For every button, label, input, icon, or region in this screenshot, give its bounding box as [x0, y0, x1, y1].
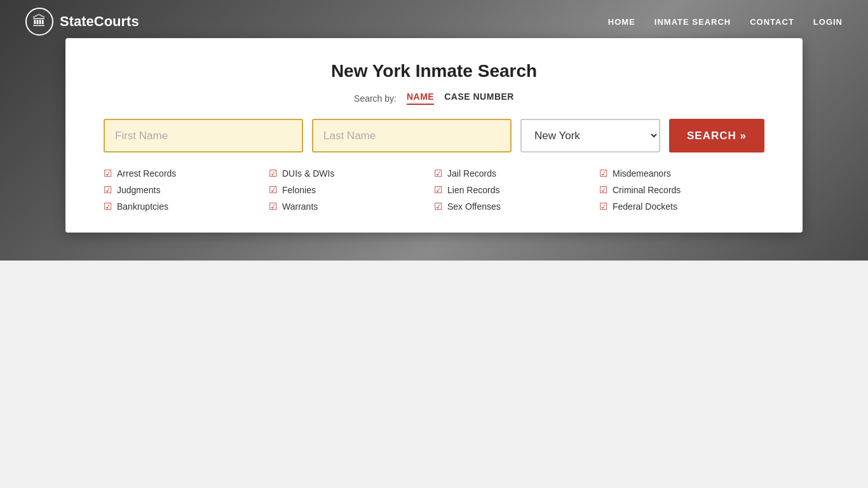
- checklist-col-1: ☑ Arrest Records ☑ Judgments ☑ Bankruptc…: [104, 168, 269, 212]
- check-icon: ☑: [599, 168, 607, 179]
- checklist: ☑ Arrest Records ☑ Judgments ☑ Bankruptc…: [104, 168, 764, 212]
- nav-contact[interactable]: CONTACT: [750, 17, 794, 27]
- check-icon: ☑: [269, 184, 277, 196]
- check-icon: ☑: [599, 201, 607, 212]
- check-judgments: ☑ Judgments: [104, 184, 269, 196]
- check-icon: ☑: [434, 184, 442, 196]
- first-name-input[interactable]: [104, 119, 303, 152]
- check-jail-records: ☑ Jail Records: [434, 168, 599, 179]
- check-federal-dockets: ☑ Federal Dockets: [599, 201, 764, 212]
- check-lien-records: ☑ Lien Records: [434, 184, 599, 196]
- state-select[interactable]: New York Alabama Alaska California Flori…: [520, 119, 660, 152]
- check-icon: ☑: [599, 184, 607, 196]
- nav-home[interactable]: HOME: [608, 17, 635, 27]
- check-warrants: ☑ Warrants: [269, 201, 434, 212]
- checklist-col-3: ☑ Jail Records ☑ Lien Records ☑ Sex Offe…: [434, 168, 599, 212]
- checklist-col-4: ☑ Misdemeanors ☑ Criminal Records ☑ Fede…: [599, 168, 764, 212]
- nav-links: HOME INMATE SEARCH CONTACT LOGIN: [608, 17, 843, 27]
- logo-icon: 🏛: [25, 8, 53, 36]
- modal-title: New York Inmate Search: [104, 61, 764, 81]
- check-icon: ☑: [104, 168, 112, 179]
- check-criminal-records: ☑ Criminal Records: [599, 184, 764, 196]
- check-felonies: ☑ Felonies: [269, 184, 434, 196]
- check-icon: ☑: [104, 184, 112, 196]
- check-bankruptcies: ☑ Bankruptcies: [104, 201, 269, 212]
- search-modal: New York Inmate Search Search by: NAME C…: [65, 38, 803, 233]
- logo-text: StateCourts: [60, 13, 139, 30]
- search-fields: New York Alabama Alaska California Flori…: [104, 119, 764, 152]
- nav-inmate-search[interactable]: INMATE SEARCH: [654, 17, 731, 27]
- check-misdemeanors: ☑ Misdemeanors: [599, 168, 764, 179]
- check-icon: ☑: [269, 168, 277, 179]
- check-arrest-records: ☑ Arrest Records: [104, 168, 269, 179]
- check-duis: ☑ DUIs & DWIs: [269, 168, 434, 179]
- search-by-row: Search by: NAME CASE NUMBER: [104, 92, 764, 105]
- tab-name[interactable]: NAME: [407, 92, 434, 105]
- navigation: 🏛 StateCourts HOME INMATE SEARCH CONTACT…: [0, 0, 868, 43]
- search-by-label: Search by:: [354, 93, 397, 104]
- last-name-input[interactable]: [312, 119, 512, 152]
- check-icon: ☑: [269, 201, 277, 212]
- check-icon: ☑: [434, 201, 442, 212]
- nav-login[interactable]: LOGIN: [813, 17, 843, 27]
- logo[interactable]: 🏛 StateCourts: [25, 8, 139, 36]
- check-icon: ☑: [104, 201, 112, 212]
- tab-case-number[interactable]: CASE NUMBER: [444, 92, 514, 105]
- checklist-col-2: ☑ DUIs & DWIs ☑ Felonies ☑ Warrants: [269, 168, 434, 212]
- check-sex-offenses: ☑ Sex Offenses: [434, 201, 599, 212]
- search-button[interactable]: SEARCH »: [669, 119, 764, 152]
- check-icon: ☑: [434, 168, 442, 179]
- hero-section: COURTHOUSE 🏛 StateCourts HOME INMATE SEA…: [0, 0, 868, 261]
